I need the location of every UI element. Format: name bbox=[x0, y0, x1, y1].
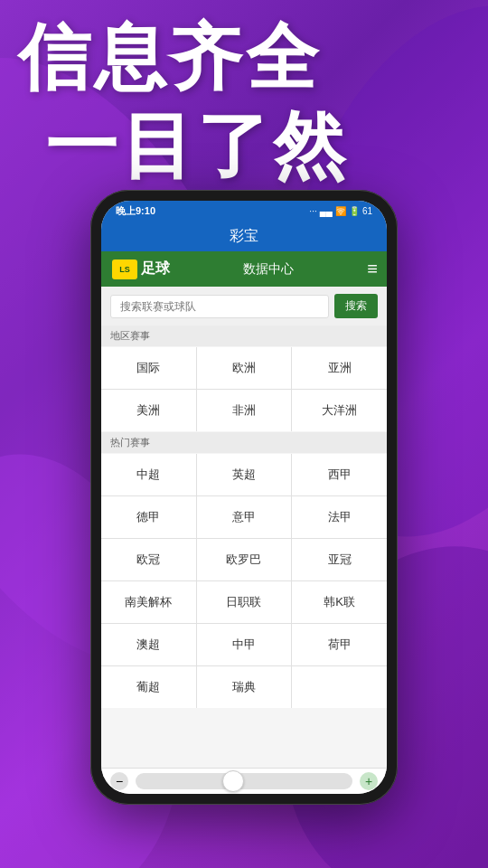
btn-ouzhou[interactable]: 欧洲 bbox=[197, 347, 292, 389]
btn-puchao[interactable]: 葡超 bbox=[101, 666, 196, 708]
btn-yingchao[interactable]: 英超 bbox=[197, 454, 292, 495]
btn-ouguan[interactable]: 欧冠 bbox=[101, 539, 196, 580]
phone-mockup: 晚上9:10 ··· ▄▄ 🛜 🔋 61 彩宝 LS 足球 数据 bbox=[90, 190, 398, 805]
btn-empty bbox=[292, 666, 387, 708]
phone-shell: 晚上9:10 ··· ▄▄ 🛜 🔋 61 彩宝 LS 足球 数据 bbox=[90, 190, 398, 805]
phone-screen: 晚上9:10 ··· ▄▄ 🛜 🔋 61 彩宝 LS 足球 数据 bbox=[101, 201, 387, 794]
btn-dejia[interactable]: 德甲 bbox=[101, 496, 196, 538]
signal-bars: ▄▄ bbox=[320, 206, 333, 216]
nav-logo-text: 足球 bbox=[141, 259, 170, 278]
battery-icon: 🔋 bbox=[349, 206, 360, 216]
zoom-thumb[interactable] bbox=[222, 770, 244, 792]
search-button[interactable]: 搜索 bbox=[334, 294, 378, 318]
zoom-track[interactable] bbox=[136, 773, 352, 789]
btn-fajia[interactable]: 法甲 bbox=[292, 496, 387, 538]
btn-hankilian[interactable]: 韩K联 bbox=[292, 581, 387, 623]
hero-line2: 一目了然 bbox=[18, 107, 488, 186]
hot-btn-grid: 中超 英超 西甲 德甲 意甲 法甲 欧冠 欧罗巴 亚冠 南美解杯 日职联 韩K联… bbox=[101, 454, 387, 708]
section-label-region: 地区赛事 bbox=[101, 326, 387, 346]
status-icons: ··· ▄▄ 🛜 🔋 61 bbox=[309, 206, 372, 216]
section-label-hot: 热门赛事 bbox=[101, 432, 387, 453]
hero-line1: 信息齐全 bbox=[18, 18, 488, 98]
status-bar: 晚上9:10 ··· ▄▄ 🛜 🔋 61 bbox=[101, 201, 387, 222]
status-time: 晚上9:10 bbox=[116, 204, 155, 218]
nav-logo-icon: LS bbox=[112, 259, 137, 279]
wifi-icon: 🛜 bbox=[335, 206, 346, 216]
btn-rìzhilian[interactable]: 日职联 bbox=[197, 581, 292, 623]
app-title-bar: 彩宝 bbox=[101, 222, 387, 251]
btn-yijia[interactable]: 意甲 bbox=[197, 496, 292, 538]
btn-ouloba[interactable]: 欧罗巴 bbox=[197, 539, 292, 580]
btn-xijia[interactable]: 西甲 bbox=[292, 454, 387, 495]
zoom-bar: − + bbox=[101, 768, 387, 794]
search-bar: 搜索 bbox=[101, 287, 387, 326]
app-title: 彩宝 bbox=[230, 228, 258, 243]
btn-ruidian[interactable]: 瑞典 bbox=[197, 666, 292, 708]
btn-nanmeijibei[interactable]: 南美解杯 bbox=[101, 581, 196, 623]
battery-percent: 61 bbox=[362, 206, 372, 216]
btn-zhangjia[interactable]: 中甲 bbox=[197, 624, 292, 665]
signal-dots: ··· bbox=[309, 206, 316, 216]
btn-yaguan[interactable]: 亚冠 bbox=[292, 539, 387, 580]
zoom-plus-btn[interactable]: + bbox=[360, 772, 378, 790]
btn-guoji[interactable]: 国际 bbox=[101, 347, 196, 389]
nav-logo: LS 足球 bbox=[112, 259, 170, 279]
content-area: 地区赛事 国际 欧洲 亚洲 美洲 非洲 大洋洲 热门赛事 中超 英超 西 bbox=[101, 326, 387, 768]
zoom-minus-btn[interactable]: − bbox=[110, 772, 128, 790]
nav-center-label[interactable]: 数据中心 bbox=[170, 261, 367, 278]
btn-feizhou[interactable]: 非洲 bbox=[197, 390, 292, 431]
btn-meizhou[interactable]: 美洲 bbox=[101, 390, 196, 431]
nav-bar: LS 足球 数据中心 ≡ bbox=[101, 251, 387, 287]
btn-aochao[interactable]: 澳超 bbox=[101, 624, 196, 665]
region-btn-grid: 国际 欧洲 亚洲 美洲 非洲 大洋洲 bbox=[101, 347, 387, 431]
nav-menu-icon[interactable]: ≡ bbox=[367, 259, 376, 279]
btn-hejia[interactable]: 荷甲 bbox=[292, 624, 387, 665]
btn-dayanzhou[interactable]: 大洋洲 bbox=[292, 390, 387, 431]
btn-zhongchao[interactable]: 中超 bbox=[101, 454, 196, 495]
btn-yazhou[interactable]: 亚洲 bbox=[292, 347, 387, 389]
search-input[interactable] bbox=[110, 295, 329, 318]
hero-section: 信息齐全 一目了然 bbox=[0, 18, 488, 186]
